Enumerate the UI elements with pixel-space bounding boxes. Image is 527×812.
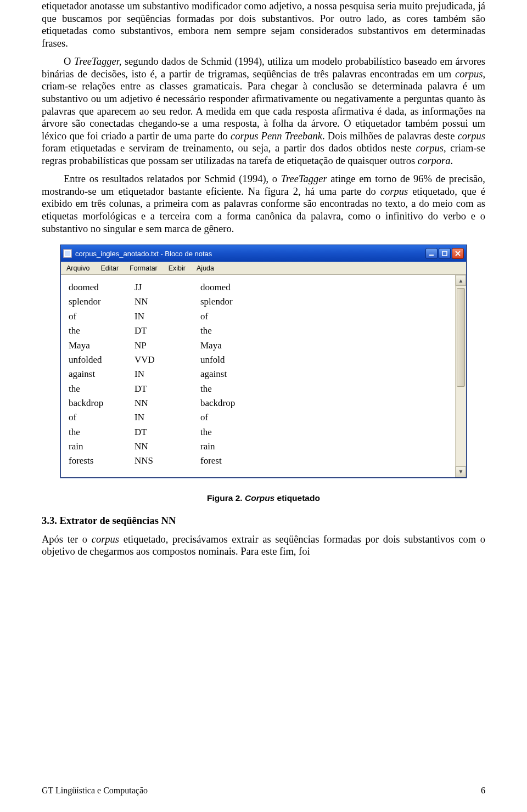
cell: NNS bbox=[134, 454, 200, 468]
page-footer: GT Lingüística e Computação 6 bbox=[42, 786, 485, 796]
footer-left: GT Lingüística e Computação bbox=[42, 786, 148, 796]
cell: backdrop bbox=[200, 396, 447, 410]
cell: Maya bbox=[200, 339, 447, 353]
cell: forest bbox=[200, 454, 447, 468]
table-row: ofINof bbox=[69, 410, 447, 425]
section-heading: 3.3. Extrator de seqüências NN bbox=[42, 515, 485, 527]
scroll-down-button[interactable]: ▼ bbox=[456, 466, 466, 477]
menu-item-exibir[interactable]: Exibir bbox=[163, 264, 191, 272]
notepad-content[interactable]: doomedJJdoomed splendorNNsplendor ofINof… bbox=[61, 275, 455, 477]
close-button[interactable] bbox=[452, 248, 464, 259]
caption-italic: Corpus bbox=[245, 493, 274, 503]
paragraph-3: Entre os resultados relatados por Schmid… bbox=[42, 173, 485, 235]
caption-label: Figura 2. bbox=[207, 493, 245, 503]
cell: the bbox=[200, 324, 447, 338]
notepad-window: corpus_ingles_anotado.txt - Bloco de not… bbox=[60, 245, 467, 477]
table-row: againstINagainst bbox=[69, 367, 447, 381]
cell: the bbox=[69, 425, 134, 439]
text-italic: corpus bbox=[416, 143, 444, 154]
table-row: splendorNNsplendor bbox=[69, 295, 447, 309]
cell: the bbox=[200, 425, 447, 439]
paragraph-4: Após ter o corpus etiquetado, precisávam… bbox=[42, 533, 485, 558]
svg-rect-0 bbox=[429, 255, 434, 256]
cell: rain bbox=[69, 439, 134, 454]
maximize-button[interactable] bbox=[439, 248, 451, 259]
paragraph-1: etiquetador anotasse um substantivo modi… bbox=[42, 0, 485, 49]
cell: Maya bbox=[69, 339, 134, 353]
text: . bbox=[450, 155, 453, 166]
text-italic: corpora bbox=[418, 155, 451, 166]
text: . Dois milhões de palavras deste bbox=[322, 131, 458, 142]
menu-item-editar[interactable]: Editar bbox=[95, 264, 124, 272]
cell: against bbox=[69, 367, 134, 381]
cell: of bbox=[200, 410, 447, 425]
table-row: theDTthe bbox=[69, 324, 447, 338]
caption-tail: etiquetado bbox=[274, 493, 320, 503]
notepad-body: doomedJJdoomed splendorNNsplendor ofINof… bbox=[61, 275, 466, 477]
cell: unfold bbox=[200, 353, 447, 367]
cell: splendor bbox=[69, 295, 134, 309]
text-italic: corpus bbox=[92, 534, 119, 545]
cell: DT bbox=[134, 425, 200, 439]
cell: unfolded bbox=[69, 353, 134, 367]
cell: DT bbox=[134, 324, 200, 338]
svg-rect-1 bbox=[442, 251, 447, 256]
cell: IN bbox=[134, 410, 200, 425]
cell: IN bbox=[134, 367, 200, 381]
text-italic: corpus bbox=[380, 186, 408, 197]
table-row: theDTthe bbox=[69, 382, 447, 396]
cell: doomed bbox=[200, 280, 447, 295]
text-italic: TreeTagger, bbox=[74, 56, 122, 67]
cell: VVD bbox=[134, 353, 200, 367]
cell: the bbox=[69, 324, 134, 338]
scroll-track[interactable] bbox=[456, 286, 466, 466]
cell: the bbox=[69, 382, 134, 396]
cell: NN bbox=[134, 295, 200, 309]
cell: NP bbox=[134, 339, 200, 353]
footer-page-number: 6 bbox=[481, 786, 485, 796]
cell: against bbox=[200, 367, 447, 381]
cell: IN bbox=[134, 309, 200, 324]
cell: doomed bbox=[69, 280, 134, 295]
cell: JJ bbox=[134, 280, 200, 295]
cell: the bbox=[200, 382, 447, 396]
cell: NN bbox=[134, 439, 200, 454]
table-row: theDTthe bbox=[69, 425, 447, 439]
cell: of bbox=[69, 410, 134, 425]
cell: DT bbox=[134, 382, 200, 396]
menubar: Arquivo Editar Formatar Exibir Ajuda bbox=[61, 262, 466, 275]
cell: forests bbox=[69, 454, 134, 468]
notepad-icon bbox=[63, 249, 72, 258]
menu-item-arquivo[interactable]: Arquivo bbox=[61, 264, 95, 272]
text-italic: TreeTagger bbox=[281, 173, 327, 184]
table-row: ofINof bbox=[69, 309, 447, 324]
cell: backdrop bbox=[69, 396, 134, 410]
cell: rain bbox=[200, 439, 447, 454]
scroll-up-button[interactable]: ▲ bbox=[456, 275, 466, 286]
window-title: corpus_ingles_anotado.txt - Bloco de not… bbox=[75, 250, 425, 258]
scrollbar[interactable]: ▲ ▼ bbox=[455, 275, 466, 477]
text: foram etiquetadas e serviram de treiname… bbox=[42, 143, 416, 154]
scroll-thumb[interactable] bbox=[457, 288, 465, 387]
cell: splendor bbox=[200, 295, 447, 309]
text-italic: corpus bbox=[458, 131, 485, 142]
text: O bbox=[64, 56, 74, 67]
table-row: forestsNNSforest bbox=[69, 454, 447, 468]
titlebar: corpus_ingles_anotado.txt - Bloco de not… bbox=[61, 245, 466, 262]
cell: NN bbox=[134, 396, 200, 410]
minimize-button[interactable] bbox=[425, 248, 438, 259]
table-row: MayaNPMaya bbox=[69, 339, 447, 353]
text-italic: corpus Penn Treebank bbox=[231, 131, 322, 142]
paragraph-2: O TreeTagger, segundo dados de Schmid (1… bbox=[42, 55, 485, 167]
table-row: rainNNrain bbox=[69, 439, 447, 454]
text: Após ter o bbox=[42, 534, 92, 545]
text-italic: corpus bbox=[455, 69, 483, 80]
window-buttons bbox=[425, 248, 464, 259]
table-row: unfoldedVVDunfold bbox=[69, 353, 447, 367]
table-row: doomedJJdoomed bbox=[69, 280, 447, 295]
figure-caption: Figura 2. Corpus etiquetado bbox=[42, 493, 485, 503]
menu-item-ajuda[interactable]: Ajuda bbox=[191, 264, 220, 272]
text: Entre os resultados relatados por Schmid… bbox=[64, 173, 281, 184]
menu-item-formatar[interactable]: Formatar bbox=[124, 264, 163, 272]
cell: of bbox=[200, 309, 447, 324]
